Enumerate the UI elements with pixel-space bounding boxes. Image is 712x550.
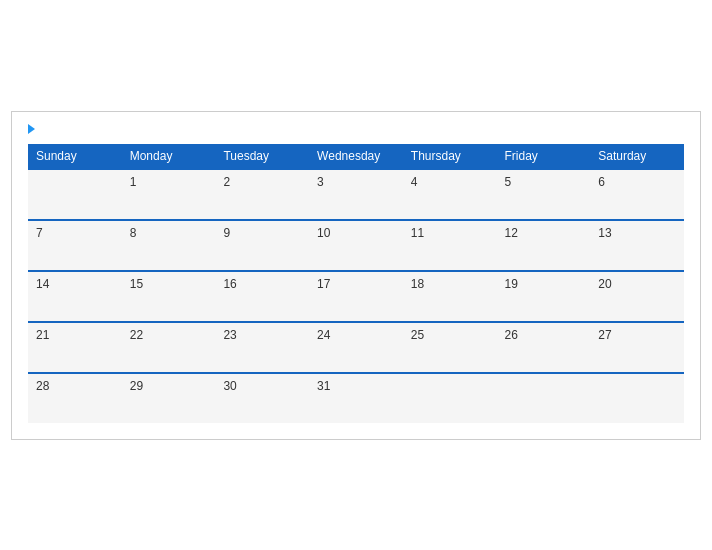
calendar-day-cell — [403, 373, 497, 423]
day-number: 29 — [130, 379, 143, 393]
calendar-day-cell: 13 — [590, 220, 684, 271]
day-number: 22 — [130, 328, 143, 342]
calendar-week-row: 78910111213 — [28, 220, 684, 271]
calendar-day-cell: 14 — [28, 271, 122, 322]
day-number: 2 — [223, 175, 230, 189]
day-number: 10 — [317, 226, 330, 240]
calendar-day-cell: 23 — [215, 322, 309, 373]
calendar-day-cell: 19 — [497, 271, 591, 322]
calendar-week-row: 123456 — [28, 169, 684, 220]
calendar-day-cell: 18 — [403, 271, 497, 322]
day-number: 19 — [505, 277, 518, 291]
weekday-header-thursday: Thursday — [403, 144, 497, 169]
calendar-weekday-header: SundayMondayTuesdayWednesdayThursdayFrid… — [28, 144, 684, 169]
calendar-day-cell: 17 — [309, 271, 403, 322]
day-number: 21 — [36, 328, 49, 342]
calendar-grid: SundayMondayTuesdayWednesdayThursdayFrid… — [28, 144, 684, 423]
day-number: 28 — [36, 379, 49, 393]
calendar-day-cell: 31 — [309, 373, 403, 423]
day-number: 12 — [505, 226, 518, 240]
day-number: 31 — [317, 379, 330, 393]
calendar-day-cell: 26 — [497, 322, 591, 373]
day-number: 3 — [317, 175, 324, 189]
weekday-header-saturday: Saturday — [590, 144, 684, 169]
calendar-day-cell: 30 — [215, 373, 309, 423]
calendar-day-cell: 10 — [309, 220, 403, 271]
calendar-day-cell: 1 — [122, 169, 216, 220]
calendar-day-cell: 28 — [28, 373, 122, 423]
day-number: 5 — [505, 175, 512, 189]
calendar-body: 1234567891011121314151617181920212223242… — [28, 169, 684, 423]
calendar-day-cell: 8 — [122, 220, 216, 271]
calendar-day-cell: 5 — [497, 169, 591, 220]
calendar-day-cell: 12 — [497, 220, 591, 271]
calendar-day-cell — [497, 373, 591, 423]
day-number: 25 — [411, 328, 424, 342]
day-number: 26 — [505, 328, 518, 342]
day-number: 17 — [317, 277, 330, 291]
day-number: 14 — [36, 277, 49, 291]
day-number: 1 — [130, 175, 137, 189]
day-number: 7 — [36, 226, 43, 240]
calendar-day-cell: 9 — [215, 220, 309, 271]
calendar-day-cell — [28, 169, 122, 220]
calendar-day-cell: 7 — [28, 220, 122, 271]
logo-blue-text — [28, 124, 37, 134]
calendar-day-cell: 3 — [309, 169, 403, 220]
weekday-header-tuesday: Tuesday — [215, 144, 309, 169]
calendar-day-cell: 6 — [590, 169, 684, 220]
day-number: 18 — [411, 277, 424, 291]
weekday-header-row: SundayMondayTuesdayWednesdayThursdayFrid… — [28, 144, 684, 169]
calendar-day-cell: 25 — [403, 322, 497, 373]
calendar-day-cell: 24 — [309, 322, 403, 373]
calendar-day-cell: 16 — [215, 271, 309, 322]
calendar-day-cell: 15 — [122, 271, 216, 322]
day-number: 23 — [223, 328, 236, 342]
weekday-header-wednesday: Wednesday — [309, 144, 403, 169]
day-number: 13 — [598, 226, 611, 240]
day-number: 8 — [130, 226, 137, 240]
logo-triangle-icon — [28, 124, 35, 134]
calendar-week-row: 28293031 — [28, 373, 684, 423]
calendar-day-cell: 20 — [590, 271, 684, 322]
day-number: 30 — [223, 379, 236, 393]
day-number: 9 — [223, 226, 230, 240]
calendar-container: SundayMondayTuesdayWednesdayThursdayFrid… — [11, 111, 701, 440]
calendar-day-cell — [590, 373, 684, 423]
day-number: 4 — [411, 175, 418, 189]
calendar-day-cell: 29 — [122, 373, 216, 423]
calendar-week-row: 14151617181920 — [28, 271, 684, 322]
calendar-day-cell: 21 — [28, 322, 122, 373]
weekday-header-friday: Friday — [497, 144, 591, 169]
day-number: 6 — [598, 175, 605, 189]
calendar-day-cell: 4 — [403, 169, 497, 220]
day-number: 15 — [130, 277, 143, 291]
calendar-week-row: 21222324252627 — [28, 322, 684, 373]
calendar-day-cell: 11 — [403, 220, 497, 271]
calendar-day-cell: 27 — [590, 322, 684, 373]
day-number: 27 — [598, 328, 611, 342]
day-number: 24 — [317, 328, 330, 342]
weekday-header-monday: Monday — [122, 144, 216, 169]
calendar-day-cell: 22 — [122, 322, 216, 373]
logo — [28, 124, 37, 134]
calendar-day-cell: 2 — [215, 169, 309, 220]
day-number: 11 — [411, 226, 424, 240]
day-number: 20 — [598, 277, 611, 291]
day-number: 16 — [223, 277, 236, 291]
calendar-header — [28, 124, 684, 134]
weekday-header-sunday: Sunday — [28, 144, 122, 169]
